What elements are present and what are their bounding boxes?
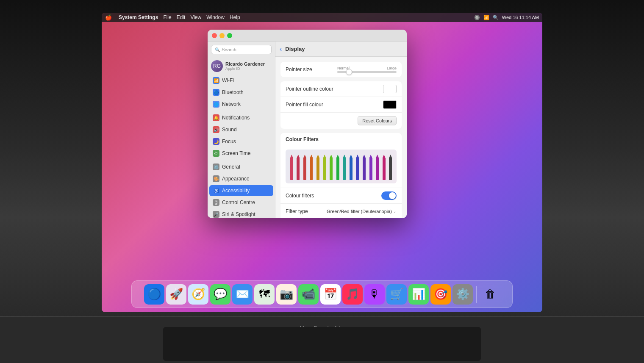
pencil-10 bbox=[355, 155, 361, 180]
colour-filters-label: Colour filters bbox=[286, 193, 381, 199]
pencil-body-13 bbox=[376, 158, 379, 180]
dock-trash[interactable]: 🗑 bbox=[480, 284, 500, 305]
edit-menu[interactable]: Edit bbox=[177, 14, 186, 20]
sidebar-item-focus-label: Focus bbox=[222, 139, 236, 144]
dock: 🔵 🚀 🧭 💬 ✉️ 🗺 📷 📹 📅 🎵 🎙 🛒 📊 🎯 ⚙️ 🗑 bbox=[131, 280, 513, 308]
minimize-button[interactable] bbox=[219, 33, 225, 38]
sidebar-item-wifi-label: Wi-Fi bbox=[222, 78, 234, 83]
outline-color-swatch[interactable] bbox=[383, 85, 397, 93]
back-button[interactable]: ‹ bbox=[280, 45, 282, 53]
close-button[interactable] bbox=[212, 33, 217, 38]
sidebar-item-bluetooth-label: Bluetooth bbox=[222, 89, 244, 95]
pencil-body-3 bbox=[310, 158, 313, 180]
file-menu[interactable]: File bbox=[163, 14, 171, 20]
keyboard-area bbox=[163, 327, 481, 361]
dock-keynote[interactable]: 🎯 bbox=[430, 284, 451, 305]
reset-row: Reset Colours bbox=[280, 113, 402, 129]
pencil-tip-15 bbox=[389, 155, 392, 158]
pencil-body-5 bbox=[323, 158, 326, 180]
pointer-outline-swatch[interactable] bbox=[383, 85, 397, 93]
sidebar-item-general[interactable]: ⚙️ General bbox=[209, 161, 273, 172]
dock-photos[interactable]: 📷 bbox=[276, 284, 297, 305]
dock-maps[interactable]: 🗺 bbox=[254, 284, 275, 305]
pencil-body-6 bbox=[330, 158, 333, 180]
sidebar-item-sound[interactable]: 🔊 Sound bbox=[209, 124, 273, 135]
fill-color-swatch[interactable] bbox=[383, 100, 397, 109]
colour-filters-section: Colour Filters Colour filters bbox=[280, 133, 402, 218]
pencil-0 bbox=[289, 155, 294, 180]
content-header: ‹ Display bbox=[275, 42, 407, 57]
focus-icon: 🌙 bbox=[213, 138, 219, 145]
sidebar-item-bluetooth[interactable]: 🔵 Bluetooth bbox=[209, 87, 273, 98]
colour-filters-toggle[interactable] bbox=[381, 191, 397, 200]
pencil-tip-6 bbox=[330, 155, 333, 158]
pencil-body-4 bbox=[316, 158, 319, 180]
dock-appstore[interactable]: 🛒 bbox=[386, 284, 407, 305]
user-info: Ricardo Gardener Apple ID bbox=[225, 61, 265, 71]
colour-filters-header: Colour Filters bbox=[280, 133, 402, 145]
view-menu[interactable]: View bbox=[190, 14, 201, 20]
user-profile[interactable]: RG Ricardo Gardener Apple ID bbox=[208, 58, 275, 75]
notifications-icon: 🔔 bbox=[213, 114, 219, 121]
reset-colours-button[interactable]: Reset Colours bbox=[358, 116, 397, 125]
sidebar: 🔍 Search RG Ricardo Gardener Apple ID 📶 … bbox=[208, 42, 275, 218]
dock-finder[interactable]: 🔵 bbox=[144, 284, 164, 305]
clock: Wed 16 11:14 AM bbox=[502, 15, 539, 20]
large-label: Large bbox=[387, 66, 397, 70]
pointer-fill-swatch[interactable] bbox=[383, 100, 397, 109]
sidebar-item-controlcentre[interactable]: 🎛 Control Centre bbox=[209, 197, 273, 208]
pointer-size-slider[interactable] bbox=[337, 71, 397, 73]
pointer-size-label: Pointer size bbox=[286, 67, 337, 72]
pointer-fill-row: Pointer fill colour bbox=[280, 97, 402, 113]
pencil-body-12 bbox=[369, 158, 372, 180]
search-bar[interactable]: 🔍 Search bbox=[211, 45, 272, 54]
control-center-icon[interactable]: 🔘 bbox=[474, 15, 480, 20]
pencil-tip-11 bbox=[363, 155, 366, 158]
controlcentre-icon: 🎛 bbox=[213, 199, 219, 206]
pointer-size-row: Pointer size Normal Large bbox=[280, 62, 402, 77]
pencil-15 bbox=[388, 155, 393, 180]
sidebar-item-appearance[interactable]: 🎨 Appearance bbox=[209, 173, 273, 184]
sidebar-item-wifi[interactable]: 📶 Wi-Fi bbox=[209, 75, 273, 86]
dock-mail[interactable]: ✉️ bbox=[232, 284, 253, 305]
sidebar-item-screentime-label: Screen Time bbox=[222, 150, 250, 156]
filter-type-label: Filter type bbox=[286, 208, 327, 214]
sidebar-item-siri[interactable]: 🎤 Siri & Spotlight bbox=[209, 209, 273, 218]
pencil-tip-3 bbox=[310, 155, 313, 158]
app-menu[interactable]: System Settings bbox=[119, 14, 158, 20]
sidebar-item-screentime[interactable]: ⏱ Screen Time bbox=[209, 148, 273, 159]
dock-calendar[interactable]: 📅 bbox=[320, 284, 341, 305]
dock-launchpad[interactable]: 🚀 bbox=[166, 284, 186, 305]
laptop-screen: 🍎 System Settings File Edit View Window … bbox=[102, 13, 542, 312]
dock-systemprefs[interactable]: ⚙️ bbox=[452, 284, 473, 305]
sound-icon: 🔊 bbox=[213, 126, 219, 133]
sidebar-item-focus[interactable]: 🌙 Focus bbox=[209, 136, 273, 147]
pencil-tip-5 bbox=[323, 155, 326, 158]
window-menu[interactable]: Window bbox=[206, 14, 225, 20]
colour-filters-toggle-row: Colour filters bbox=[280, 188, 402, 204]
pencil-13 bbox=[375, 155, 380, 180]
pencil-body-11 bbox=[363, 158, 366, 180]
dock-safari[interactable]: 🧭 bbox=[188, 284, 208, 305]
slider-thumb[interactable] bbox=[346, 69, 352, 75]
dock-music[interactable]: 🎵 bbox=[342, 284, 363, 305]
sidebar-item-accessibility-label: Accessibility bbox=[222, 188, 250, 194]
dock-facetime[interactable]: 📹 bbox=[298, 284, 319, 305]
dock-podcasts[interactable]: 🎙 bbox=[364, 284, 385, 305]
dropdown-chevron-icon: ⌄ bbox=[393, 209, 397, 213]
pencil-tip-0 bbox=[290, 155, 293, 158]
sidebar-item-notifications[interactable]: 🔔 Notifications bbox=[209, 112, 273, 123]
apple-menu-icon[interactable]: 🍎 bbox=[105, 14, 112, 21]
search-menubar-icon[interactable]: 🔍 bbox=[493, 15, 499, 20]
wifi-status-icon[interactable]: 📶 bbox=[483, 15, 489, 20]
sidebar-item-accessibility[interactable]: ♿ Accessibility bbox=[209, 185, 273, 196]
filter-type-dropdown[interactable]: Green/Red filter (Deuteranopia) ⌄ bbox=[327, 209, 397, 214]
sidebar-item-general-label: General bbox=[222, 164, 240, 170]
dock-messages[interactable]: 💬 bbox=[210, 284, 230, 305]
help-menu[interactable]: Help bbox=[230, 14, 240, 20]
dock-numbers[interactable]: 📊 bbox=[408, 284, 429, 305]
sidebar-item-network[interactable]: 🌐 Network bbox=[209, 99, 273, 110]
pencil-body-2 bbox=[303, 158, 306, 180]
pencil-1 bbox=[296, 155, 301, 180]
maximize-button[interactable] bbox=[227, 33, 232, 38]
